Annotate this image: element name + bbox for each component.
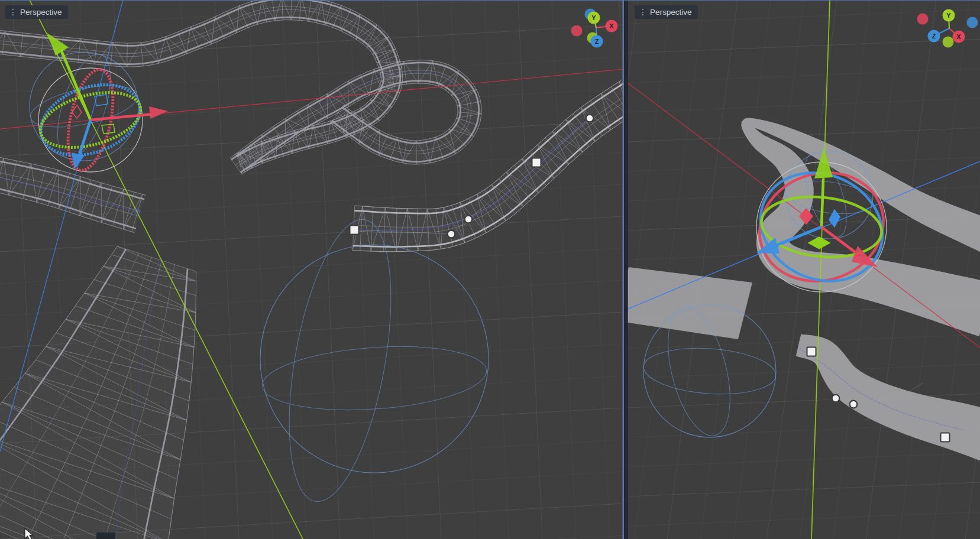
axis-ball--z[interactable] [967, 17, 978, 28]
viewport-mode-label: Perspective [650, 5, 692, 19]
path-handle-dot[interactable] [832, 395, 840, 402]
ui-panel-corner [96, 532, 115, 539]
top-border-line [0, 0, 980, 1]
axis-ball-label: Y [946, 12, 951, 19]
viewport-scene-svg: ZXYZXY [0, 0, 980, 539]
viewport-mode-label: Perspective [20, 5, 62, 19]
path-handle-dot[interactable] [465, 216, 473, 223]
axis-ball--x[interactable] [917, 14, 929, 25]
left-viewport[interactable]: ZXY [0, 0, 711, 539]
axis-ball--y[interactable] [943, 37, 954, 48]
path-handle-square[interactable] [807, 348, 816, 356]
path-handle-dot[interactable] [448, 230, 455, 238]
left-viewport-mode-pill[interactable]: ⋮ Perspective [5, 5, 68, 19]
axis-ball--x[interactable] [571, 25, 583, 37]
axis-ball-label: Z [932, 33, 936, 40]
axis-ball-label: Z [595, 38, 599, 45]
path-handle-dot[interactable] [586, 115, 594, 122]
editor-3d-viewports: ZXYZXY ⋮ Perspective ⋮ Perspective [0, 0, 980, 539]
path-handle-dot[interactable] [850, 401, 858, 408]
axis-ball-label: X [609, 22, 614, 30]
path-handle-square[interactable] [350, 226, 359, 235]
right-viewport-mode-pill[interactable]: ⋮ Perspective [635, 5, 698, 19]
axis-ball-label: X [956, 33, 961, 40]
axis-ball-label: Y [591, 14, 596, 21]
path-handle-square[interactable] [532, 158, 541, 167]
viewport-divider[interactable] [624, 0, 628, 539]
viewport-menu-icon[interactable]: ⋮ [639, 5, 646, 19]
translate-arrow[interactable] [821, 178, 823, 227]
focused-viewport-border [623, 0, 625, 539]
path-handle-square[interactable] [941, 433, 950, 442]
viewport-menu-icon[interactable]: ⋮ [9, 5, 17, 19]
